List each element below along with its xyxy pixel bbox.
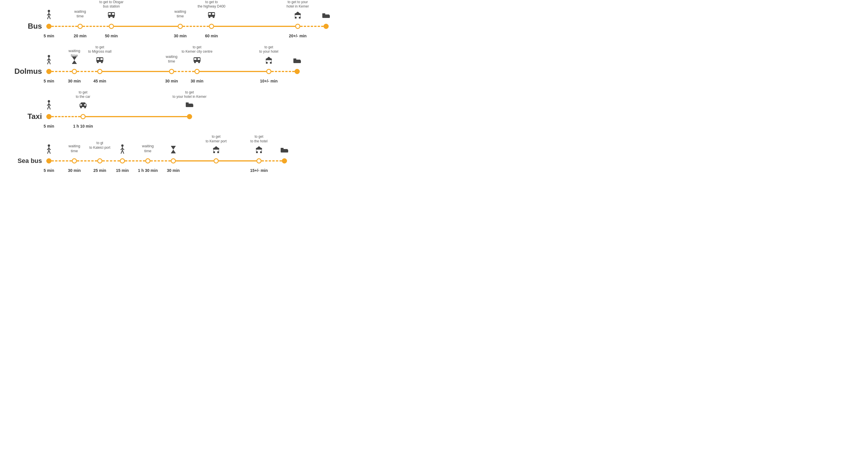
bus-time-3: 50 min bbox=[105, 34, 118, 38]
svg-line-5 bbox=[49, 16, 50, 19]
dolmus-section: Dolmus 5 min waitingtime 30 min to getto… bbox=[11, 51, 423, 87]
svg-line-78 bbox=[122, 150, 124, 154]
svg-point-67 bbox=[48, 144, 50, 147]
bed-icon-4 bbox=[280, 147, 289, 155]
bus-node-5: to get tothe highway D400 60 min bbox=[209, 24, 214, 29]
svg-marker-80 bbox=[171, 150, 176, 153]
dot bbox=[171, 158, 176, 163]
svg-rect-35 bbox=[97, 58, 99, 60]
bed-icon-2 bbox=[293, 57, 302, 65]
svg-rect-20 bbox=[299, 15, 300, 17]
dot bbox=[81, 114, 86, 119]
your-hotel-label: to getto your hotel bbox=[259, 45, 278, 54]
svg-point-52 bbox=[48, 100, 50, 102]
bus-section: Bus 5 min waitingtime 20 min to get to O… bbox=[11, 6, 423, 42]
walk-icon-5 bbox=[119, 144, 126, 156]
dolmus-node-3: to getto Migross mall 45 min bbox=[97, 69, 102, 74]
waiting-dolmus-2: waitingtime bbox=[166, 54, 177, 64]
svg-marker-45 bbox=[265, 57, 272, 60]
svg-rect-12 bbox=[209, 13, 211, 15]
dot bbox=[256, 158, 261, 163]
svg-rect-46 bbox=[268, 60, 270, 64]
bus-line-2 bbox=[83, 26, 109, 27]
taxi-node-3: to getto your hotel in Kemer bbox=[187, 114, 192, 119]
hotel-icon-4 bbox=[255, 146, 263, 155]
bus-time-4: 30 min bbox=[174, 34, 187, 38]
svg-rect-95 bbox=[281, 149, 288, 150]
hotel-icon-2 bbox=[265, 56, 273, 66]
dot bbox=[145, 158, 151, 163]
dot bbox=[187, 114, 192, 119]
bed-icon-1 bbox=[322, 12, 331, 20]
bus-icon-2 bbox=[208, 11, 216, 20]
svg-rect-59 bbox=[81, 102, 85, 104]
svg-line-28 bbox=[48, 61, 49, 64]
seabus-section: Sea bus 5 min waitingtime 30 min to gtto… bbox=[11, 141, 423, 176]
seabus-line-7 bbox=[219, 160, 256, 161]
hotel-icon-3 bbox=[212, 146, 220, 155]
dot bbox=[266, 69, 271, 74]
svg-line-4 bbox=[48, 16, 49, 19]
bus-node-4: waitingtime 30 min bbox=[178, 24, 183, 29]
svg-marker-17 bbox=[294, 11, 301, 14]
seabus-time-4: 15 min bbox=[116, 168, 129, 173]
dolmus-node-2: waitingtime 30 min bbox=[72, 69, 77, 74]
dolmus-node-7 bbox=[294, 69, 300, 74]
dot bbox=[109, 24, 114, 29]
taxi-line-2 bbox=[86, 116, 187, 117]
svg-rect-87 bbox=[217, 150, 219, 151]
seabus-line-4 bbox=[125, 160, 145, 161]
bed-icon-3 bbox=[185, 101, 194, 110]
seabus-node-3: to gtto Kaleici port 25 min bbox=[97, 158, 102, 163]
dolmus-line-4 bbox=[174, 71, 194, 72]
bus-line-1 bbox=[52, 26, 78, 27]
dot bbox=[97, 158, 102, 163]
dot bbox=[46, 24, 52, 29]
svg-point-0 bbox=[48, 10, 50, 12]
hourglass-icon-2 bbox=[170, 146, 177, 155]
svg-line-77 bbox=[121, 150, 122, 154]
bus-node-3: to get to Otogarbus station 50 min bbox=[109, 24, 114, 29]
bus-line-5 bbox=[214, 26, 295, 27]
svg-point-73 bbox=[121, 144, 124, 147]
otogar-label: to get to Otogarbus station bbox=[99, 0, 123, 9]
seabus-line-1 bbox=[52, 160, 72, 161]
dot bbox=[323, 24, 329, 29]
seabus-time-3: 25 min bbox=[93, 168, 106, 173]
walk-icon-2 bbox=[46, 55, 52, 66]
dot bbox=[72, 158, 77, 163]
seabus-time-6: 30 min bbox=[167, 168, 180, 173]
dot bbox=[178, 24, 183, 29]
dolmus-node-6: to getto your hotel 10+/- min bbox=[266, 69, 271, 74]
bus-line-6 bbox=[300, 26, 323, 27]
bus-node-2: waitingtime 20 min bbox=[78, 24, 83, 29]
bus-icon-3 bbox=[96, 57, 104, 65]
svg-rect-40 bbox=[194, 58, 196, 60]
dot bbox=[72, 69, 77, 74]
dot bbox=[214, 158, 219, 163]
migross-label: to getto Migross mall bbox=[88, 45, 112, 54]
bus-line-4 bbox=[183, 26, 209, 27]
hotel-icon-1 bbox=[294, 11, 302, 21]
taxi-car-label: to getto the car bbox=[76, 90, 90, 99]
bus-label: Bus bbox=[11, 22, 46, 31]
svg-rect-66 bbox=[186, 103, 193, 105]
bus-time-5: 60 min bbox=[205, 34, 218, 38]
walk-icon bbox=[46, 10, 52, 22]
seabus-line-6 bbox=[176, 160, 214, 161]
dolmus-node-1: 5 min bbox=[46, 69, 52, 74]
seabus-time-2: 30 min bbox=[68, 168, 81, 173]
svg-rect-61 bbox=[84, 104, 86, 106]
dolmus-time-5: 30 min bbox=[191, 79, 204, 83]
dot bbox=[169, 69, 174, 74]
svg-line-56 bbox=[48, 106, 49, 110]
svg-marker-84 bbox=[213, 146, 220, 149]
dolmus-node-5: to getto Kemer city centre 30 min bbox=[194, 69, 199, 74]
bus-node-1: 5 min bbox=[46, 24, 52, 29]
walk-icon-3 bbox=[46, 100, 52, 112]
seabus-line-3 bbox=[102, 160, 120, 161]
taxi-section: Taxi 5 min to getto the car 1 h 10 min t… bbox=[11, 96, 423, 132]
waiting-dolmus-1: waitingtime bbox=[69, 49, 80, 58]
taxi-icon bbox=[79, 101, 88, 110]
dolmus-node-4: waitingtime 30 min bbox=[169, 69, 174, 74]
